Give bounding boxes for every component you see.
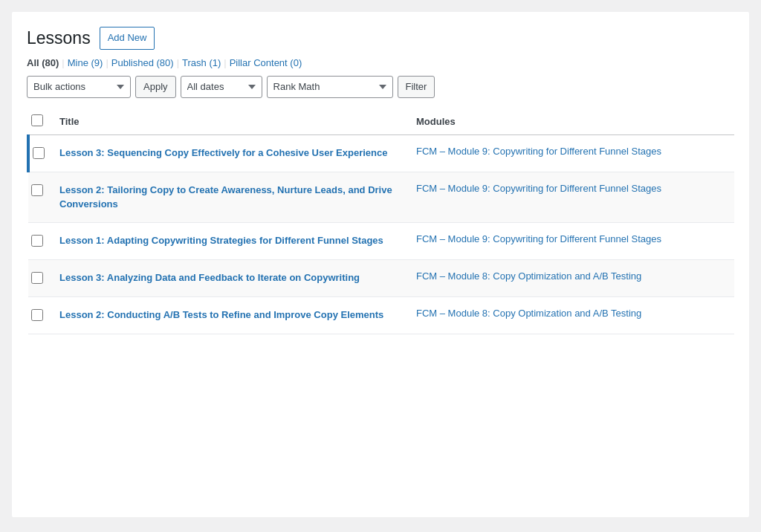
- row-checkbox[interactable]: [31, 309, 43, 321]
- table-row: Lesson 3: Analyzing Data and Feedback to…: [28, 259, 734, 296]
- filter-link-pillar content[interactable]: Pillar Content (0): [230, 57, 302, 68]
- dates-select[interactable]: All dates: [181, 76, 262, 98]
- bulk-actions-select[interactable]: Bulk actionsEditMove to Trash: [27, 76, 131, 98]
- filter-link-trash[interactable]: Trash (1): [182, 57, 221, 68]
- module-link[interactable]: FCM – Module 8: Copy Optimization and A/…: [416, 308, 641, 319]
- filter-button[interactable]: Filter: [398, 76, 435, 98]
- row-checkbox[interactable]: [31, 235, 43, 247]
- lesson-title-link[interactable]: Lesson 2: Tailoring Copy to Create Aware…: [59, 183, 401, 212]
- filter-link-active: All (80): [27, 57, 59, 68]
- table-row: Lesson 2: Conducting A/B Tests to Refine…: [28, 296, 734, 334]
- module-link[interactable]: FCM – Module 9: Copywriting for Differen…: [416, 183, 661, 194]
- page-title: Lessons: [27, 28, 91, 48]
- filter-links: All (80)|Mine (9)|Published (80)|Trash (…: [27, 57, 734, 68]
- table-row: Lesson 1: Adapting Copywriting Strategie…: [28, 222, 734, 259]
- select-all-checkbox[interactable]: [31, 114, 43, 126]
- apply-button[interactable]: Apply: [135, 76, 176, 98]
- toolbar: Bulk actionsEditMove to Trash Apply All …: [27, 76, 734, 98]
- col-title-header: Title: [52, 108, 409, 135]
- col-modules-header: Modules: [409, 108, 734, 135]
- lessons-table: Title Modules Lesson 3: Sequencing Copy …: [27, 108, 734, 334]
- row-checkbox[interactable]: [31, 272, 43, 284]
- table-body: Lesson 3: Sequencing Copy Effectively fo…: [28, 134, 734, 334]
- module-link[interactable]: FCM – Module 9: Copywriting for Differen…: [416, 233, 661, 244]
- rankmath-select[interactable]: Rank Math: [267, 76, 393, 98]
- lesson-title-link[interactable]: Lesson 3: Sequencing Copy Effectively fo…: [59, 146, 401, 160]
- lesson-title-link[interactable]: Lesson 2: Conducting A/B Tests to Refine…: [59, 308, 401, 322]
- row-checkbox[interactable]: [31, 184, 43, 196]
- row-checkbox[interactable]: [33, 147, 45, 159]
- lesson-title-link[interactable]: Lesson 1: Adapting Copywriting Strategie…: [59, 233, 401, 248]
- filter-link-mine[interactable]: Mine (9): [68, 57, 103, 68]
- module-link[interactable]: FCM – Module 8: Copy Optimization and A/…: [416, 270, 641, 282]
- table-row: Lesson 3: Sequencing Copy Effectively fo…: [28, 134, 734, 172]
- lesson-title-link[interactable]: Lesson 3: Analyzing Data and Feedback to…: [59, 270, 401, 285]
- filter-link-published[interactable]: Published (80): [111, 57, 174, 68]
- add-new-button[interactable]: Add New: [100, 27, 155, 50]
- table-row: Lesson 2: Tailoring Copy to Create Aware…: [28, 172, 734, 222]
- module-link[interactable]: FCM – Module 9: Copywriting for Differen…: [416, 146, 661, 157]
